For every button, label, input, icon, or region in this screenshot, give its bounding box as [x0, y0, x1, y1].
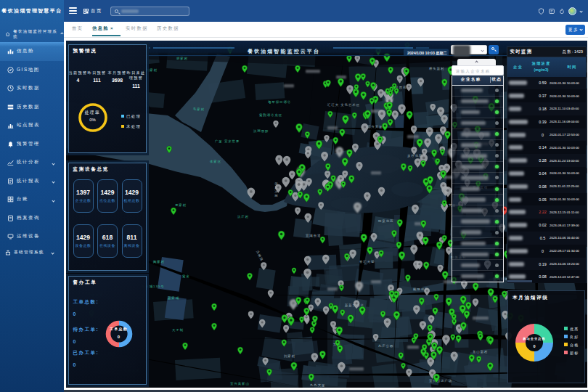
svg-text:海琴假日酒店: 海琴假日酒店	[268, 100, 291, 104]
svg-text:毛家村: 毛家村	[192, 107, 205, 112]
svg-text:餐饮油烟智能监控云平台: 餐饮油烟智能监控云平台	[248, 48, 320, 54]
svg-text:氿洲国际: 氿洲国际	[253, 128, 269, 134]
svg-text:香汇天玺: 香汇天玺	[359, 260, 375, 264]
svg-text:九滨公园: 九滨公园	[378, 344, 393, 348]
svg-text:2024/1/30 10:03 星期二: 2024/1/30 10:03 星期二	[407, 51, 448, 56]
svg-text:紫荆酒店东区: 紫荆酒店东区	[259, 113, 282, 117]
svg-text:阳泉花苑: 阳泉花苑	[378, 219, 393, 223]
svg-text:紫金: 紫金	[182, 274, 190, 278]
svg-text:宜兴高家山: 宜兴高家山	[230, 382, 250, 385]
svg-text:汇江大 文化艺术区: 汇江大 文化艺术区	[327, 102, 360, 107]
svg-text:惠家城: 惠家城	[167, 296, 179, 300]
svg-text:体家区: 体家区	[210, 160, 221, 163]
svg-text:天子制: 天子制	[172, 328, 184, 332]
